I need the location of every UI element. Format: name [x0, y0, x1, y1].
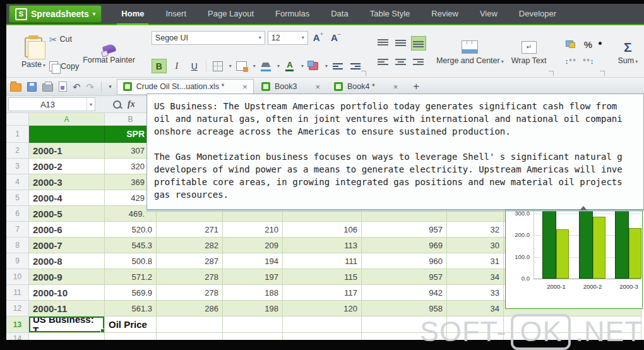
row-header-9[interactable]: 9 [6, 253, 29, 269]
cell-D7[interactable]: 210 [223, 222, 283, 238]
cell-D13[interactable] [223, 317, 283, 333]
close-icon[interactable]: × [315, 82, 320, 92]
menu-tab-home[interactable]: Home [110, 4, 155, 24]
cell-A1[interactable] [29, 126, 105, 143]
open-folder-icon[interactable] [10, 83, 21, 92]
row-header-1[interactable]: 1 [6, 126, 29, 143]
cell-F11[interactable]: 942 [362, 285, 447, 301]
cell-B13[interactable]: Oil Price [105, 317, 157, 333]
font-family-select[interactable]: Segoe UI▾ [152, 31, 265, 45]
cell-G10[interactable]: 34 [447, 269, 504, 285]
align-right-button[interactable] [411, 56, 426, 70]
cell-B9[interactable]: 500.8 [105, 253, 157, 269]
fill-handle[interactable] [100, 329, 105, 333]
embedded-bar-chart[interactable]: 0.0100.0200.0300.02000-12000-22000-3 [505, 210, 643, 309]
undo-icon[interactable]: ↶ [73, 82, 81, 92]
font-color-button[interactable]: A [282, 59, 297, 73]
cell-G7[interactable]: 32 [447, 222, 504, 238]
cell-D14[interactable] [223, 333, 283, 340]
cell-F10[interactable]: 957 [362, 269, 447, 285]
cell-A12[interactable]: 2000-11 [29, 301, 105, 317]
cell-A4[interactable]: 2000-3 [29, 174, 105, 190]
cell-C8[interactable]: 282 [157, 238, 223, 253]
close-icon[interactable]: × [393, 82, 398, 92]
cell-D8[interactable]: 209 [223, 238, 283, 253]
format-painter-button[interactable]: Format Painter [79, 41, 139, 64]
chevron-down-icon[interactable]: ▾ [277, 63, 280, 69]
cell-D10[interactable]: 197 [223, 269, 283, 285]
cell-A13[interactable]: US Business: T [29, 317, 105, 333]
cell-E9[interactable]: 111 [283, 253, 362, 269]
cell-G8[interactable]: 30 [447, 238, 504, 253]
cell-A3[interactable]: 2000-2 [29, 159, 105, 174]
cell-D9[interactable]: 194 [223, 253, 283, 269]
row-header-12[interactable]: 12 [6, 301, 29, 317]
cell-A6[interactable]: 2000-5 [29, 206, 105, 222]
menu-tab-page-layout[interactable]: Page Layout [197, 4, 265, 24]
cell-D11[interactable]: 188 [223, 285, 283, 301]
row-header-2[interactable]: 2 [6, 143, 29, 159]
menu-tab-formulas[interactable]: Formulas [265, 4, 320, 24]
align-center-button[interactable] [393, 56, 408, 70]
fill-color-button[interactable] [258, 59, 273, 73]
cell-E7[interactable]: 106 [283, 222, 362, 238]
menu-tab-view[interactable]: View [469, 4, 508, 24]
name-box[interactable]: A13 ▾ [8, 97, 95, 111]
chevron-down-icon[interactable]: ▾ [325, 63, 328, 69]
wrap-text-button[interactable]: ↵ Wrap Text [508, 41, 551, 65]
cell-A8[interactable]: 2000-7 [29, 238, 105, 253]
row-header-5[interactable]: 5 [6, 190, 29, 206]
insert-function-button[interactable]: fx [128, 99, 135, 109]
font-size-select[interactable]: 12▾ [268, 31, 308, 45]
cell-E11[interactable]: 117 [283, 285, 362, 301]
menu-tab-insert[interactable]: Insert [155, 4, 197, 24]
highlight-color-button[interactable] [306, 59, 321, 73]
document-tab-2[interactable]: Book3× [255, 79, 326, 95]
row-header-13[interactable]: 13 [6, 317, 29, 333]
select-all-corner[interactable] [6, 113, 29, 126]
column-header-A[interactable]: A [29, 113, 105, 126]
cell-E8[interactable]: 113 [283, 238, 362, 253]
chevron-down-icon[interactable]: ▾ [253, 63, 256, 69]
cell-C7[interactable]: 271 [157, 222, 223, 238]
font-dialog-launcher[interactable] [361, 71, 366, 76]
cell-B11[interactable]: 569.9 [105, 285, 157, 301]
print-icon[interactable] [42, 83, 53, 92]
cell-A7[interactable]: 2000-6 [29, 222, 105, 238]
cell-A11[interactable]: 2000-10 [29, 285, 105, 301]
cell-A2[interactable]: 2000-1 [29, 143, 105, 159]
copy-button[interactable]: Copy [49, 61, 79, 71]
cell-E12[interactable]: 120 [283, 301, 362, 317]
decrease-indent-button[interactable] [330, 59, 345, 73]
alignment-dialog-launcher[interactable] [549, 71, 554, 76]
redo-icon[interactable]: ↷ [86, 82, 95, 92]
align-middle-button[interactable] [393, 36, 408, 51]
app-menu-button[interactable]: S Spreadsheets ▾ [9, 5, 102, 23]
bold-button[interactable]: B [152, 59, 167, 73]
row-header-4[interactable]: 4 [6, 174, 29, 190]
row-header-3[interactable]: 3 [6, 159, 29, 174]
borders-button[interactable] [210, 59, 225, 73]
align-top-button[interactable] [376, 36, 391, 51]
cell-G9[interactable]: 31 [447, 253, 504, 269]
more-options-dot[interactable] [599, 42, 602, 45]
row-header-11[interactable]: 11 [6, 285, 29, 301]
italic-button[interactable]: I [169, 59, 184, 73]
row-header-8[interactable]: 8 [6, 238, 29, 253]
menu-tab-data[interactable]: Data [320, 4, 359, 24]
cell-B14[interactable] [105, 333, 157, 340]
chevron-down-icon[interactable]: ▾ [301, 63, 304, 69]
cell-B10[interactable]: 571.2 [105, 269, 157, 285]
cell-A14[interactable] [29, 333, 105, 340]
document-tab-1[interactable]: Crude Oil St...uation.xls *× [117, 79, 254, 95]
document-tab-3[interactable]: Book4 *× [328, 79, 404, 95]
chevron-down-icon[interactable]: ▾ [229, 63, 232, 69]
sum-button[interactable]: Σ Sum▾ [614, 40, 642, 65]
cell-style-button[interactable] [234, 59, 249, 73]
cell-B8[interactable]: 545.3 [105, 238, 157, 253]
print-preview-icon[interactable] [59, 81, 67, 92]
cell-B7[interactable]: 520.0 [105, 222, 157, 238]
currency-format-button[interactable] [563, 37, 578, 52]
cell-G11[interactable]: 33 [447, 285, 504, 301]
menu-tab-table-style[interactable]: Table Style [359, 4, 421, 24]
